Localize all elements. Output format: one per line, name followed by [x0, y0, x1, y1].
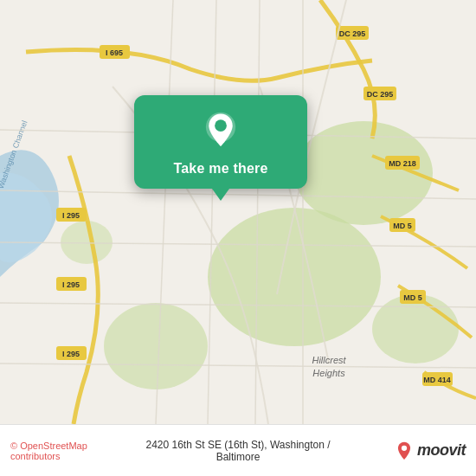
moovit-logo: moovit	[352, 441, 466, 460]
svg-text:DC 295: DC 295	[339, 29, 366, 38]
svg-text:DC 295: DC 295	[367, 90, 394, 99]
svg-text:MD 414: MD 414	[423, 376, 451, 384]
svg-point-2	[208, 208, 381, 346]
map-background: I 695 DC 295 DC 295 I 295 I 295 I 295 MD…	[0, 0, 476, 424]
svg-point-31	[402, 445, 407, 450]
svg-text:I 295: I 295	[62, 280, 80, 289]
svg-text:Heights: Heights	[312, 368, 345, 378]
location-popup[interactable]: Take me there	[134, 95, 307, 189]
svg-text:I 295: I 295	[62, 350, 80, 358]
take-me-there-label: Take me there	[173, 161, 267, 177]
svg-point-4	[372, 294, 459, 363]
svg-point-30	[215, 119, 227, 132]
bottom-bar: © OpenStreetMap contributors 2420 16th S…	[0, 424, 476, 476]
address-label: 2420 16th St SE (16th St), Washington / …	[125, 439, 352, 463]
svg-text:MD 218: MD 218	[389, 159, 416, 168]
svg-text:I 295: I 295	[62, 211, 80, 220]
map-container: I 695 DC 295 DC 295 I 295 I 295 I 295 MD…	[0, 0, 476, 424]
moovit-brand-text: moovit	[417, 441, 466, 460]
location-pin-icon	[200, 111, 241, 152]
svg-text:I 695: I 695	[106, 48, 123, 57]
map-attribution: © OpenStreetMap contributors	[10, 441, 125, 461]
svg-text:Hillcrest: Hillcrest	[312, 355, 346, 365]
svg-text:MD 5: MD 5	[393, 222, 412, 230]
moovit-pin-icon	[395, 441, 414, 460]
svg-point-3	[104, 303, 208, 389]
svg-text:MD 5: MD 5	[403, 293, 422, 302]
